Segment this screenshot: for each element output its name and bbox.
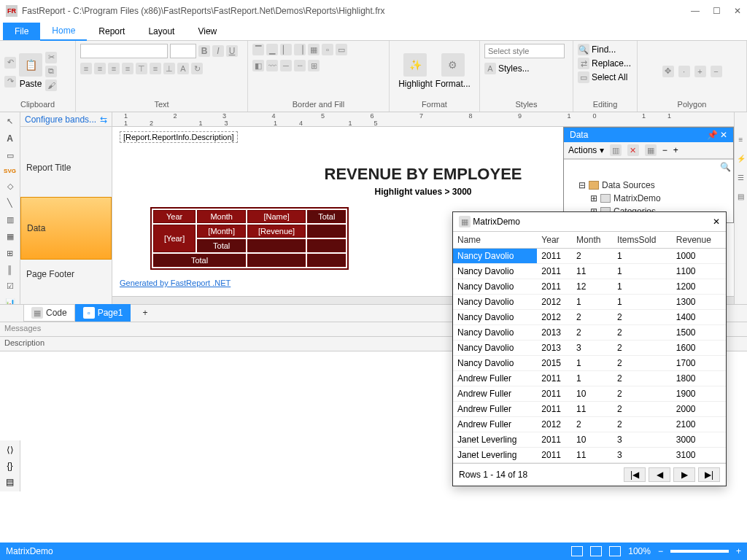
fill-icon[interactable]: ◧ <box>252 60 264 71</box>
minimize-button[interactable]: — <box>691 6 700 16</box>
highlight-icon[interactable]: ✨ <box>403 53 427 77</box>
close-button[interactable]: ✕ <box>734 6 741 16</box>
line-tool-icon[interactable]: ╲ <box>4 198 17 208</box>
barcode-tool-icon[interactable]: ║ <box>4 265 17 274</box>
picture-tool-icon[interactable]: ▭ <box>4 151 17 160</box>
bold-icon[interactable]: B <box>198 45 210 57</box>
band-data[interactable]: Data <box>20 197 112 260</box>
menu-file[interactable]: File <box>3 23 40 40</box>
rotate-icon[interactable]: ↻ <box>191 63 203 74</box>
border-bottom-icon[interactable]: ▁ <box>266 44 278 55</box>
datagrid-col-header[interactable]: ItemsSold <box>613 232 672 249</box>
menu-report[interactable]: Report <box>87 23 136 40</box>
matrix-object[interactable]: Year Month [Name] Total [Year] [Month] [… <box>150 207 349 270</box>
data-del-icon[interactable]: ✕ <box>627 144 639 156</box>
data-icon[interactable]: ▤ <box>736 191 746 201</box>
datagrid-close-button[interactable]: ✕ <box>713 217 720 227</box>
tree-root[interactable]: ⊟ Data Sources <box>568 179 729 192</box>
underline-icon[interactable]: U <box>226 45 238 57</box>
matrix-cell[interactable] <box>307 254 346 267</box>
redo-icon[interactable]: ↷ <box>4 76 16 88</box>
copy-icon[interactable]: ⧉ <box>45 66 57 77</box>
zoom-out-button[interactable]: − <box>658 546 663 556</box>
text-tool-icon[interactable]: A <box>4 133 17 144</box>
matrix-cell[interactable]: Month <box>197 210 246 223</box>
font-size-select[interactable] <box>170 44 196 58</box>
statusview3-icon[interactable] <box>609 546 621 556</box>
matrix-cell[interactable]: Total <box>307 210 346 223</box>
subreport-icon[interactable]: ▥ <box>4 215 17 225</box>
table-row[interactable]: Andrew Fuller2012222100 <box>453 417 726 432</box>
nav-first-button[interactable]: |◀ <box>624 467 646 482</box>
table-row[interactable]: Nancy Davolio2013221500 <box>453 325 726 341</box>
matrix-tool-icon[interactable]: ⊞ <box>4 249 17 258</box>
matrix-cell[interactable] <box>247 254 306 267</box>
border-left-icon[interactable]: ▏ <box>280 44 292 55</box>
border-props-icon[interactable]: ▭ <box>336 44 347 55</box>
maximize-button[interactable]: ☐ <box>713 6 721 16</box>
table-row[interactable]: Nancy Davolio2012111300 <box>453 295 726 310</box>
border-all-icon[interactable]: ▦ <box>308 44 320 55</box>
chart-tool-icon[interactable]: 📊 <box>4 298 17 304</box>
matrix-cell[interactable]: [Month] <box>197 225 246 238</box>
matrix-cell[interactable]: Total <box>153 254 246 267</box>
datagrid-col-header[interactable]: Year <box>537 232 572 249</box>
tab-add[interactable]: + <box>131 306 159 320</box>
statusview2-icon[interactable] <box>590 546 602 556</box>
table-row[interactable]: Janet Leverling20111133100 <box>453 448 726 463</box>
band-report-title[interactable]: Report Title <box>20 139 112 197</box>
zoom-in-button[interactable]: + <box>736 546 741 556</box>
menu-view[interactable]: View <box>186 23 228 40</box>
datagrid-col-header[interactable]: Name <box>453 232 537 249</box>
table-row[interactable]: Nancy Davolio20111211200 <box>453 279 726 295</box>
data-pin-icon[interactable]: 📌 <box>707 130 718 140</box>
menu-layout[interactable]: Layout <box>136 23 186 40</box>
poly-move-icon[interactable]: ✥ <box>662 66 674 77</box>
matrix-cell[interactable] <box>307 239 346 252</box>
table-row[interactable]: Nancy Davolio20111111100 <box>453 264 726 279</box>
linewidth-icon[interactable]: ─ <box>280 60 292 71</box>
poly-del-icon[interactable]: − <box>711 66 722 77</box>
nav-prev-button[interactable]: ◀ <box>649 467 670 482</box>
menu-home[interactable]: Home <box>40 22 87 41</box>
fontcolor-icon[interactable]: A <box>177 63 189 74</box>
linecolor-icon[interactable]: 〰 <box>266 60 278 71</box>
font-family-select[interactable] <box>80 44 168 58</box>
cut-icon[interactable]: ✂ <box>45 52 57 63</box>
datagrid-col-header[interactable]: Revenue <box>672 232 726 249</box>
formatpainter-icon[interactable]: 🖌 <box>45 79 57 91</box>
dict-icon[interactable]: ▤ <box>6 477 14 487</box>
table-row[interactable]: Andrew Fuller20111021900 <box>453 386 726 402</box>
border-right-icon[interactable]: ▕ <box>294 44 306 55</box>
table-row[interactable]: Andrew Fuller2011121800 <box>453 371 726 386</box>
find-button[interactable]: 🔍Find... <box>578 44 616 55</box>
matrix-cell[interactable] <box>247 239 306 252</box>
table-row[interactable]: Nancy Davolio2012221400 <box>453 310 726 325</box>
poly-point-icon[interactable]: · <box>678 66 690 77</box>
valign-top-icon[interactable]: ⊤ <box>136 63 147 74</box>
nav-next-button[interactable]: ▶ <box>673 467 695 482</box>
tab-page1[interactable]: ▫Page1 <box>75 304 131 322</box>
code2-icon[interactable]: {} <box>7 461 12 471</box>
align-left-icon[interactable]: ≡ <box>80 63 92 74</box>
configure-bands-link[interactable]: Configure bands... ⇆ <box>20 112 112 127</box>
xml-icon[interactable]: ⟨⟩ <box>7 445 14 455</box>
valign-mid-icon[interactable]: ≡ <box>150 63 161 74</box>
valign-bot-icon[interactable]: ⊥ <box>163 63 175 74</box>
data-minus-icon[interactable]: − <box>662 145 667 155</box>
statusview1-icon[interactable] <box>571 546 583 556</box>
replace-button[interactable]: ⇄Replace... <box>578 58 631 69</box>
align-justify-icon[interactable]: ≡ <box>122 63 133 74</box>
table-row[interactable]: Nancy Davolio2013321600 <box>453 341 726 356</box>
poly-add-icon[interactable]: + <box>694 66 706 77</box>
matrix-cell[interactable]: [Year] <box>153 225 196 252</box>
table-row[interactable]: Nancy Davolio2015121700 <box>453 356 726 371</box>
linestyle-icon[interactable]: ┄ <box>294 60 306 71</box>
description-field[interactable]: [Report.ReportInfo.Description] <box>120 131 238 143</box>
zoom-slider[interactable] <box>670 550 729 553</box>
datagrid-col-header[interactable]: Month <box>572 232 613 249</box>
matrix-cell[interactable]: Year <box>153 210 196 223</box>
table-tool-icon[interactable]: ▦ <box>4 232 17 241</box>
shape-tool-icon[interactable]: ◇ <box>4 182 17 191</box>
matrix-cell[interactable]: Total <box>197 239 246 252</box>
